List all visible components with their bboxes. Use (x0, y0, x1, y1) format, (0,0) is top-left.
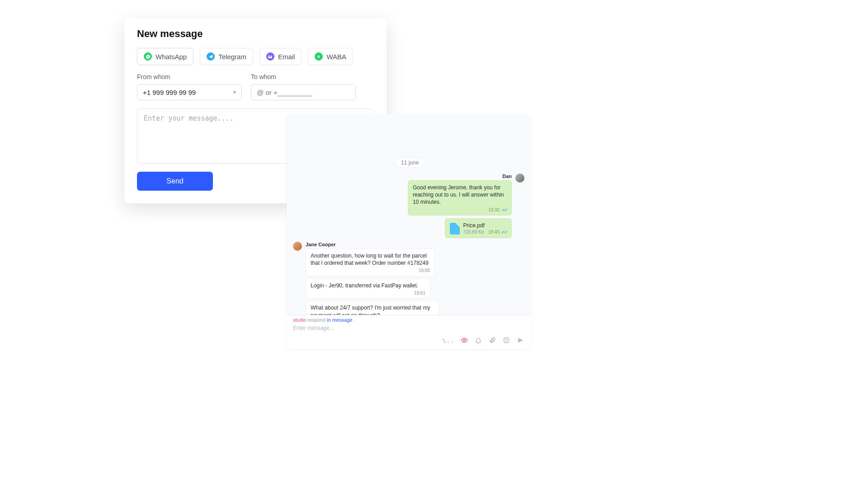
avatar (515, 174, 524, 183)
chat-panel: 11 june Dan Good evening Jerome, thank y… (287, 114, 531, 349)
channel-label: WABA (326, 53, 346, 61)
slash-commands-icon[interactable]: \.. (443, 337, 454, 344)
svg-point-6 (505, 339, 505, 340)
from-select[interactable]: +1 999 999 99 99 ▾ (137, 84, 242, 100)
to-label: To whom (251, 73, 356, 80)
waba-icon: B (315, 52, 323, 61)
message-time: 19:01 (414, 290, 425, 296)
read-ticks-icon: ✓✓ (501, 207, 507, 213)
message-row: Dan Good evening Jerome, thank you for r… (293, 174, 524, 238)
chat-scroll-area[interactable]: 11 june Dan Good evening Jerome, thank y… (287, 114, 531, 315)
file-bubble[interactable]: Price.pdf 720.89 Kb 18:45 ✓✓ (445, 218, 512, 238)
whatsapp-icon (144, 52, 152, 61)
channel-label: WhatsApp (156, 53, 187, 61)
message-row: Jane Cooper Another question, how long t… (293, 242, 524, 315)
attachment-icon[interactable] (488, 336, 496, 344)
message-time: 19:00 (419, 267, 430, 274)
file-name: Price.pdf (463, 222, 485, 229)
file-size: 720.89 Kb (463, 229, 485, 235)
message-bubble: Good evening Jerome, thank you for reach… (408, 180, 512, 216)
sender-name: Dan (502, 174, 512, 179)
bell-icon[interactable] (474, 336, 482, 344)
message-bubble: What about 24/7 support? I'm just worrie… (306, 300, 439, 315)
message-time: 18:30 (488, 207, 500, 213)
channel-label: Email (278, 53, 295, 61)
from-value: +1 999 999 99 99 (143, 89, 196, 96)
avatar (293, 242, 302, 251)
visibility-icon[interactable] (460, 336, 468, 344)
to-input-wrap (251, 84, 356, 100)
message-time: 18:45 (488, 229, 500, 235)
modal-title: New message (137, 28, 374, 40)
telegram-icon (207, 52, 215, 61)
composer: studio respond in message \.. (287, 315, 531, 349)
file-icon (450, 223, 460, 235)
message-text: Login - Jer90, transferred via FastPay w… (311, 282, 418, 289)
hint-respond: respond (306, 317, 327, 323)
channel-label: Telegram (218, 53, 246, 61)
svg-point-7 (507, 339, 507, 340)
message-text: Another question, how long to wait for t… (311, 253, 429, 266)
channel-tab-telegram[interactable]: Telegram (200, 48, 253, 65)
read-ticks-icon: ✓✓ (501, 229, 507, 235)
send-button[interactable]: Send (137, 172, 213, 191)
svg-text:B: B (317, 55, 320, 59)
channel-tab-whatsapp[interactable]: WhatsApp (137, 48, 193, 65)
channel-tab-email[interactable]: Email (259, 48, 302, 65)
channel-tab-waba[interactable]: B WABA (308, 48, 353, 65)
sender-name: Jane Cooper (306, 242, 439, 247)
channel-tabs: WhatsApp Telegram Email B WABA (137, 48, 374, 65)
chevron-down-icon: ▾ (233, 89, 236, 95)
to-input[interactable] (257, 89, 350, 96)
composer-input[interactable] (293, 325, 524, 331)
emoji-icon[interactable] (502, 336, 510, 344)
svg-point-5 (504, 338, 509, 343)
email-icon (266, 52, 274, 61)
message-text: Good evening Jerome, thank you for reach… (413, 184, 504, 205)
hint-in-message: in message (327, 317, 352, 323)
message-bubble: Another question, how long to wait for t… (306, 249, 435, 277)
hint-studio: studio (293, 317, 306, 323)
message-bubble: Login - Jer90, transferred via FastPay w… (306, 278, 430, 299)
from-label: From whom (137, 73, 242, 80)
date-chip: 11 june (395, 157, 425, 168)
message-text: What about 24/7 support? I'm just worrie… (311, 305, 430, 315)
svg-point-4 (463, 339, 465, 341)
composer-hint: studio respond in message (287, 315, 531, 323)
send-icon[interactable] (516, 336, 524, 344)
